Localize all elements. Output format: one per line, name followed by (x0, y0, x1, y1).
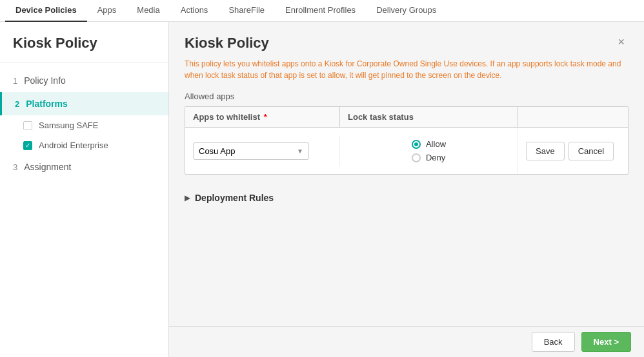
main-layout: Kiosk Policy 1 Policy Info 2 Platforms S… (0, 22, 644, 357)
triangle-icon: ▶ (185, 194, 190, 202)
back-button[interactable]: Back (532, 332, 575, 352)
radio-label-deny: Deny (426, 153, 445, 162)
cancel-button[interactable]: Cancel (569, 142, 614, 160)
col-header-actions (518, 107, 628, 127)
radio-deny[interactable]: Deny (412, 153, 446, 162)
required-star: * (264, 112, 267, 122)
step-platforms[interactable]: 2 Platforms (0, 92, 168, 115)
sidebar-steps: 1 Policy Info 2 Platforms Samsung SAFE A… (0, 63, 168, 357)
table-row: Cosu App ▼ Allow Deny (185, 128, 628, 174)
apps-table-header: Apps to whitelist * Lock task status (185, 107, 628, 128)
footer: Back Next > (169, 326, 644, 357)
deployment-rules-section[interactable]: ▶ Deployment Rules (185, 188, 629, 208)
nav-item-actions[interactable]: Actions (170, 0, 219, 22)
cell-actions: Save Cancel (518, 135, 628, 167)
close-button[interactable]: × (614, 35, 629, 49)
content-area: Kiosk Policy × This policy lets you whit… (169, 22, 644, 357)
deployment-rules-label: Deployment Rules (195, 193, 274, 203)
checkbox-android-enterprise[interactable] (23, 141, 32, 150)
save-button[interactable]: Save (526, 142, 565, 160)
radio-allow[interactable]: Allow (412, 139, 446, 149)
sidebar: Kiosk Policy 1 Policy Info 2 Platforms S… (0, 22, 169, 357)
sub-item-samsung-safe[interactable]: Samsung SAFE (0, 115, 168, 135)
chevron-down-icon: ▼ (297, 148, 303, 155)
content-inner: Kiosk Policy × This policy lets you whit… (169, 22, 644, 326)
step-assignment[interactable]: 3 Assignment (0, 155, 168, 179)
step-policy-info[interactable]: 1 Policy Info (0, 69, 168, 92)
col-header-apps: Apps to whitelist * (185, 107, 340, 127)
content-description: This policy lets you whitelist apps onto… (185, 58, 629, 81)
radio-circle-deny[interactable] (412, 153, 421, 162)
allowed-apps-label: Allowed apps (185, 92, 629, 101)
nav-item-device-policies[interactable]: Device Policies (5, 0, 87, 22)
cell-lock: Allow Deny (340, 128, 518, 174)
checkbox-samsung-safe[interactable] (23, 121, 32, 130)
next-button[interactable]: Next > (581, 332, 631, 352)
nav-item-delivery-groups[interactable]: Delivery Groups (366, 0, 447, 22)
page-title: Kiosk Policy (185, 35, 269, 52)
content-header: Kiosk Policy × (185, 35, 629, 52)
radio-group-lock-status: Allow Deny (404, 134, 454, 168)
app-select-dropdown[interactable]: Cosu App ▼ (193, 142, 309, 160)
sidebar-title: Kiosk Policy (0, 22, 168, 63)
nav-item-apps[interactable]: Apps (87, 0, 127, 22)
sub-item-android-enterprise[interactable]: Android Enterprise (0, 135, 168, 155)
radio-circle-allow[interactable] (412, 140, 421, 149)
nav-item-sharefile[interactable]: ShareFile (218, 0, 275, 22)
top-nav: Device Policies Apps Media Actions Share… (0, 0, 644, 22)
col-header-lock: Lock task status (340, 107, 518, 127)
cell-apps: Cosu App ▼ (185, 136, 340, 166)
nav-item-enrollment-profiles[interactable]: Enrollment Profiles (275, 0, 366, 22)
nav-item-media[interactable]: Media (126, 0, 170, 22)
apps-table: Apps to whitelist * Lock task status Cos… (185, 106, 629, 175)
radio-label-allow: Allow (426, 139, 446, 149)
